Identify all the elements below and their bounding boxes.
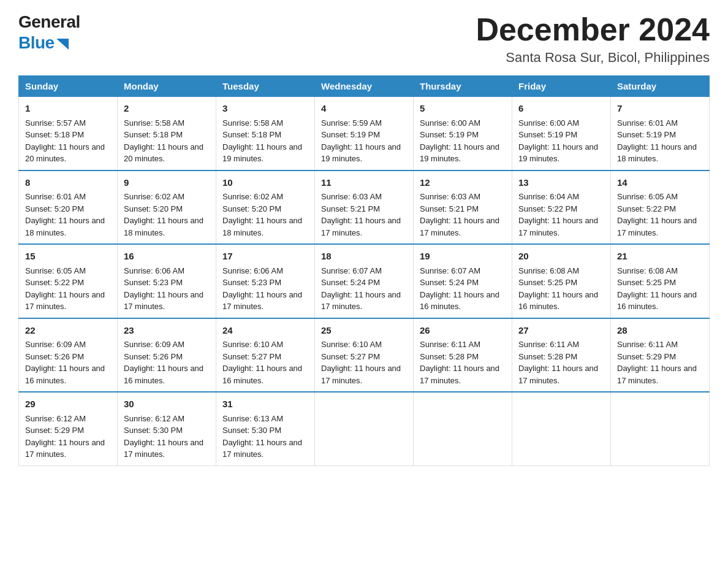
sunrise-text: Sunrise: 6:05 AM (25, 266, 86, 275)
daylight-text: Daylight: 11 hours and 19 minutes. (518, 142, 598, 164)
sunrise-text: Sunrise: 6:00 AM (420, 118, 480, 128)
calendar-cell: 12 Sunrise: 6:03 AM Sunset: 5:21 PM Dayl… (414, 170, 512, 245)
logo: General Blue (18, 12, 80, 54)
sunrise-text: Sunrise: 6:00 AM (518, 118, 579, 128)
day-number: 22 (25, 324, 111, 338)
calendar-cell (611, 392, 710, 465)
day-number: 18 (321, 250, 407, 264)
calendar-cell: 17 Sunrise: 6:06 AM Sunset: 5:23 PM Dayl… (216, 244, 315, 318)
weekday-header-thursday: Thursday (414, 76, 512, 97)
calendar-cell: 29 Sunrise: 6:12 AM Sunset: 5:29 PM Dayl… (19, 392, 118, 465)
daylight-text: Daylight: 11 hours and 16 minutes. (124, 364, 203, 385)
logo-triangle-icon (56, 39, 69, 50)
sunset-text: Sunset: 5:25 PM (518, 278, 577, 287)
sunset-text: Sunset: 5:29 PM (617, 352, 676, 361)
calendar-cell: 30 Sunrise: 6:12 AM Sunset: 5:30 PM Dayl… (118, 392, 216, 465)
sunrise-text: Sunrise: 6:06 AM (222, 266, 283, 275)
sunrise-text: Sunrise: 6:07 AM (420, 266, 480, 275)
sunrise-text: Sunrise: 6:03 AM (321, 192, 382, 201)
day-number: 14 (617, 176, 703, 190)
calendar-cell (315, 392, 414, 465)
day-number: 15 (25, 250, 111, 264)
day-number: 10 (222, 176, 308, 190)
sunset-text: Sunset: 5:29 PM (25, 426, 84, 435)
day-number: 3 (222, 102, 308, 116)
weekday-header-sunday: Sunday (19, 76, 118, 97)
sunrise-text: Sunrise: 5:58 AM (124, 118, 184, 128)
daylight-text: Daylight: 11 hours and 18 minutes. (222, 216, 302, 237)
sunset-text: Sunset: 5:27 PM (222, 352, 281, 361)
sunset-text: Sunset: 5:25 PM (617, 278, 676, 287)
day-number: 23 (124, 324, 210, 338)
calendar-week-row: 22 Sunrise: 6:09 AM Sunset: 5:26 PM Dayl… (19, 318, 710, 393)
sunset-text: Sunset: 5:18 PM (25, 130, 84, 139)
day-number: 6 (518, 102, 604, 116)
calendar-cell: 22 Sunrise: 6:09 AM Sunset: 5:26 PM Dayl… (19, 318, 118, 393)
calendar-week-row: 1 Sunrise: 5:57 AM Sunset: 5:18 PM Dayli… (19, 97, 710, 170)
day-number: 16 (124, 250, 210, 264)
calendar-cell: 19 Sunrise: 6:07 AM Sunset: 5:24 PM Dayl… (414, 244, 512, 318)
sunset-text: Sunset: 5:20 PM (124, 204, 183, 213)
sunrise-text: Sunrise: 6:08 AM (617, 266, 678, 275)
daylight-text: Daylight: 11 hours and 17 minutes. (617, 364, 697, 385)
title-section: December 2024 Santa Rosa Sur, Bicol, Phi… (476, 12, 710, 66)
daylight-text: Daylight: 11 hours and 16 minutes. (518, 290, 598, 312)
calendar-cell: 1 Sunrise: 5:57 AM Sunset: 5:18 PM Dayli… (19, 97, 118, 170)
sunrise-text: Sunrise: 6:13 AM (222, 414, 283, 423)
daylight-text: Daylight: 11 hours and 17 minutes. (420, 364, 499, 385)
sunset-text: Sunset: 5:18 PM (124, 130, 183, 139)
daylight-text: Daylight: 11 hours and 16 minutes. (617, 290, 697, 312)
day-number: 5 (420, 102, 506, 116)
calendar-header-row: SundayMondayTuesdayWednesdayThursdayFrid… (19, 76, 710, 97)
sunset-text: Sunset: 5:22 PM (617, 204, 676, 213)
calendar-cell: 18 Sunrise: 6:07 AM Sunset: 5:24 PM Dayl… (315, 244, 414, 318)
sunrise-text: Sunrise: 6:09 AM (124, 340, 184, 349)
calendar-cell (512, 392, 611, 465)
sunrise-text: Sunrise: 6:04 AM (518, 192, 579, 201)
calendar-cell: 4 Sunrise: 5:59 AM Sunset: 5:19 PM Dayli… (315, 97, 414, 170)
calendar-cell: 27 Sunrise: 6:11 AM Sunset: 5:28 PM Dayl… (512, 318, 611, 393)
sunset-text: Sunset: 5:26 PM (124, 352, 183, 361)
weekday-header-friday: Friday (512, 76, 611, 97)
day-number: 7 (617, 102, 703, 116)
day-number: 31 (222, 397, 308, 412)
calendar-cell: 3 Sunrise: 5:58 AM Sunset: 5:18 PM Dayli… (216, 97, 315, 170)
calendar-cell: 7 Sunrise: 6:01 AM Sunset: 5:19 PM Dayli… (611, 97, 710, 170)
sunset-text: Sunset: 5:22 PM (25, 278, 84, 287)
day-number: 20 (518, 250, 604, 264)
sunset-text: Sunset: 5:28 PM (420, 352, 479, 361)
sunrise-text: Sunrise: 6:08 AM (518, 266, 579, 275)
weekday-header-monday: Monday (118, 76, 216, 97)
sunset-text: Sunset: 5:21 PM (420, 204, 479, 213)
calendar-cell: 26 Sunrise: 6:11 AM Sunset: 5:28 PM Dayl… (414, 318, 512, 393)
daylight-text: Daylight: 11 hours and 17 minutes. (617, 216, 697, 237)
daylight-text: Daylight: 11 hours and 17 minutes. (321, 216, 401, 237)
day-number: 12 (420, 176, 506, 190)
sunrise-text: Sunrise: 6:11 AM (617, 340, 678, 349)
day-number: 13 (518, 176, 604, 190)
calendar-cell: 9 Sunrise: 6:02 AM Sunset: 5:20 PM Dayli… (118, 170, 216, 245)
sunrise-text: Sunrise: 6:09 AM (25, 340, 86, 349)
sunrise-text: Sunrise: 6:07 AM (321, 266, 382, 275)
sunrise-text: Sunrise: 6:02 AM (124, 192, 184, 201)
daylight-text: Daylight: 11 hours and 17 minutes. (25, 438, 105, 459)
calendar-cell: 28 Sunrise: 6:11 AM Sunset: 5:29 PM Dayl… (611, 318, 710, 393)
calendar-week-row: 15 Sunrise: 6:05 AM Sunset: 5:22 PM Dayl… (19, 244, 710, 318)
day-number: 29 (25, 397, 111, 412)
calendar-table: SundayMondayTuesdayWednesdayThursdayFrid… (18, 75, 710, 466)
calendar-cell: 20 Sunrise: 6:08 AM Sunset: 5:25 PM Dayl… (512, 244, 611, 318)
page-header: General Blue December 2024 Santa Rosa Su… (18, 12, 710, 66)
sunrise-text: Sunrise: 6:01 AM (617, 118, 678, 128)
calendar-cell: 6 Sunrise: 6:00 AM Sunset: 5:19 PM Dayli… (512, 97, 611, 170)
daylight-text: Daylight: 11 hours and 17 minutes. (518, 364, 598, 385)
day-number: 27 (518, 324, 604, 338)
calendar-cell: 14 Sunrise: 6:05 AM Sunset: 5:22 PM Dayl… (611, 170, 710, 245)
day-number: 4 (321, 102, 407, 116)
calendar-cell: 21 Sunrise: 6:08 AM Sunset: 5:25 PM Dayl… (611, 244, 710, 318)
weekday-header-tuesday: Tuesday (216, 76, 315, 97)
daylight-text: Daylight: 11 hours and 19 minutes. (420, 142, 499, 164)
calendar-week-row: 8 Sunrise: 6:01 AM Sunset: 5:20 PM Dayli… (19, 170, 710, 245)
sunrise-text: Sunrise: 5:59 AM (321, 118, 382, 128)
calendar-cell: 8 Sunrise: 6:01 AM Sunset: 5:20 PM Dayli… (19, 170, 118, 245)
sunrise-text: Sunrise: 5:58 AM (222, 118, 283, 128)
